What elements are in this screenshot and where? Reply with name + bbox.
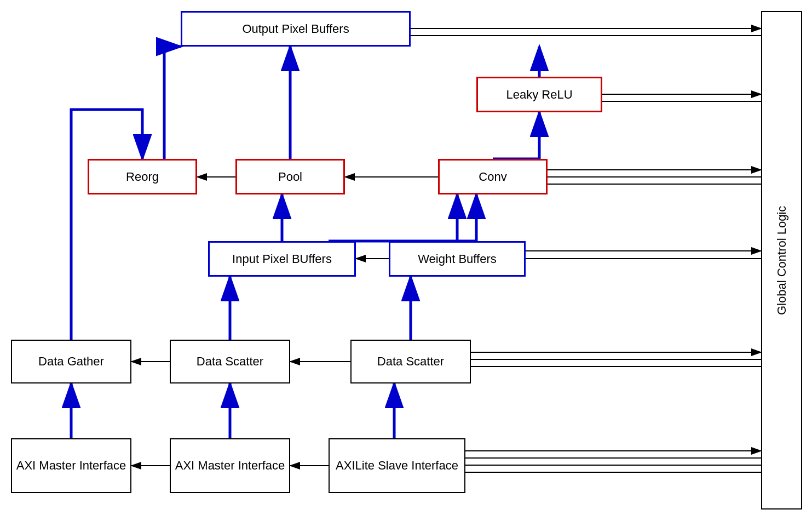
conv-label: Conv bbox=[479, 170, 506, 184]
pool-box: Pool bbox=[235, 159, 345, 194]
data-gather-box: Data Gather bbox=[11, 340, 131, 383]
global-control-label: Global Control Logic bbox=[775, 205, 789, 314]
input-pixel-buffers-label: Input Pixel BUffers bbox=[232, 252, 332, 266]
axilite-slave-label: AXILite Slave Interface bbox=[336, 459, 458, 473]
input-pixel-buffers-box: Input Pixel BUffers bbox=[208, 241, 356, 277]
leaky-relu-label: Leaky ReLU bbox=[506, 88, 572, 102]
axi-master-1-label: AXI Master Interface bbox=[16, 459, 126, 473]
data-gather-label: Data Gather bbox=[38, 354, 104, 369]
pool-label: Pool bbox=[278, 170, 302, 184]
conv-box: Conv bbox=[438, 159, 548, 194]
output-pixel-buffers-label: Output Pixel Buffers bbox=[242, 22, 349, 36]
axilite-slave-box: AXILite Slave Interface bbox=[329, 438, 465, 493]
weight-buffers-box: Weight Buffers bbox=[389, 241, 526, 277]
leaky-relu-box: Leaky ReLU bbox=[476, 77, 602, 112]
axi-master-1-box: AXI Master Interface bbox=[11, 438, 131, 493]
weight-buffers-label: Weight Buffers bbox=[418, 252, 496, 266]
data-scatter-1-box: Data Scatter bbox=[170, 340, 290, 383]
data-scatter-2-label: Data Scatter bbox=[377, 354, 444, 369]
output-pixel-buffers-box: Output Pixel Buffers bbox=[181, 11, 411, 47]
axi-master-2-label: AXI Master Interface bbox=[175, 459, 285, 473]
diagram: Output Pixel Buffers Leaky ReLU Reorg Po… bbox=[0, 0, 812, 521]
axi-master-2-box: AXI Master Interface bbox=[170, 438, 290, 493]
reorg-label: Reorg bbox=[126, 170, 159, 184]
global-control-box: Global Control Logic bbox=[761, 11, 802, 509]
data-scatter-1-label: Data Scatter bbox=[197, 354, 263, 369]
data-scatter-2-box: Data Scatter bbox=[350, 340, 471, 383]
reorg-box: Reorg bbox=[88, 159, 197, 194]
